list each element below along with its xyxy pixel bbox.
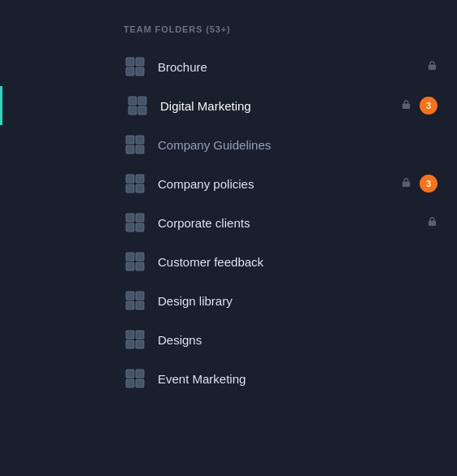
svg-rect-35	[136, 340, 144, 348]
lock-icon-corporate-clients	[427, 216, 437, 229]
svg-rect-11	[136, 136, 144, 144]
svg-rect-19	[126, 214, 134, 222]
svg-rect-5	[128, 97, 137, 105]
svg-rect-27	[136, 262, 144, 270]
svg-rect-6	[138, 97, 146, 105]
lock-icon-company-policies	[401, 177, 411, 190]
svg-rect-37	[136, 370, 144, 378]
svg-rect-36	[126, 370, 134, 378]
svg-rect-15	[136, 175, 144, 183]
lock-icon-digital-marketing	[401, 99, 411, 112]
folder-item-designs[interactable]: Designs	[0, 320, 457, 359]
svg-rect-18	[403, 182, 410, 188]
svg-rect-28	[126, 292, 134, 300]
sidebar: TEAM FOLDERS (53+) Brochure Digital Mark…	[0, 0, 457, 476]
section-header: TEAM FOLDERS (53+)	[0, 24, 457, 47]
folder-item-company-guidelines[interactable]: Company Guidelines	[0, 125, 457, 164]
folder-icon-brochure	[124, 55, 146, 78]
folder-name-designs: Designs	[158, 333, 437, 347]
folder-name-event-marketing: Event Marketing	[158, 372, 437, 386]
folder-name-design-library: Design library	[158, 294, 437, 308]
folder-item-company-policies[interactable]: Company policies 3	[0, 164, 457, 203]
folder-item-event-marketing[interactable]: Event Marketing	[0, 359, 457, 398]
folder-name-customer-feedback: Customer feedback	[158, 255, 437, 269]
svg-rect-25	[136, 253, 144, 261]
folder-name-company-policies: Company policies	[158, 177, 394, 191]
folder-list: Brochure Digital Marketing 3 Company Gui…	[0, 47, 457, 398]
badge-digital-marketing: 3	[420, 97, 437, 115]
folder-icon-customer-feedback	[124, 250, 146, 273]
lock-icon-brochure	[427, 60, 437, 73]
svg-rect-29	[136, 292, 144, 300]
folder-name-digital-marketing: Digital Marketing	[160, 99, 394, 113]
folder-icon-design-library	[124, 289, 146, 312]
svg-rect-3	[136, 67, 144, 76]
svg-rect-10	[126, 136, 134, 144]
badge-company-policies: 3	[420, 175, 437, 193]
folder-icon-designs	[124, 328, 146, 351]
svg-rect-34	[126, 340, 134, 348]
svg-rect-13	[136, 145, 144, 154]
svg-rect-33	[136, 331, 144, 339]
svg-rect-39	[136, 379, 144, 387]
svg-rect-16	[126, 184, 134, 193]
folder-icon-digital-marketing	[126, 94, 149, 117]
svg-rect-31	[136, 301, 144, 309]
svg-rect-9	[403, 104, 410, 110]
folder-name-company-guidelines: Company Guidelines	[158, 138, 437, 152]
svg-rect-23	[429, 221, 436, 227]
folder-icon-corporate-clients	[124, 211, 146, 234]
svg-rect-1	[136, 58, 144, 66]
folder-item-brochure[interactable]: Brochure	[0, 47, 457, 86]
svg-rect-8	[138, 106, 146, 115]
svg-rect-24	[126, 253, 134, 261]
svg-rect-0	[126, 58, 134, 66]
svg-rect-20	[136, 214, 144, 222]
folder-item-customer-feedback[interactable]: Customer feedback	[0, 242, 457, 281]
svg-rect-21	[126, 223, 134, 232]
svg-rect-14	[126, 175, 134, 183]
svg-rect-26	[126, 262, 134, 270]
svg-rect-4	[429, 65, 436, 71]
folder-name-corporate-clients: Corporate clients	[158, 216, 420, 230]
svg-rect-7	[128, 106, 137, 115]
svg-rect-17	[136, 184, 144, 193]
folder-item-corporate-clients[interactable]: Corporate clients	[0, 203, 457, 242]
svg-rect-22	[136, 223, 144, 232]
folder-icon-company-policies	[124, 172, 146, 195]
svg-rect-2	[126, 67, 134, 76]
svg-rect-38	[126, 379, 134, 387]
svg-rect-30	[126, 301, 134, 309]
folder-name-brochure: Brochure	[158, 60, 420, 74]
folder-item-digital-marketing[interactable]: Digital Marketing 3	[0, 86, 457, 125]
folder-icon-event-marketing	[124, 367, 146, 390]
folder-icon-company-guidelines	[124, 133, 146, 156]
svg-rect-32	[126, 331, 134, 339]
folder-item-design-library[interactable]: Design library	[0, 281, 457, 320]
svg-rect-12	[126, 145, 134, 154]
